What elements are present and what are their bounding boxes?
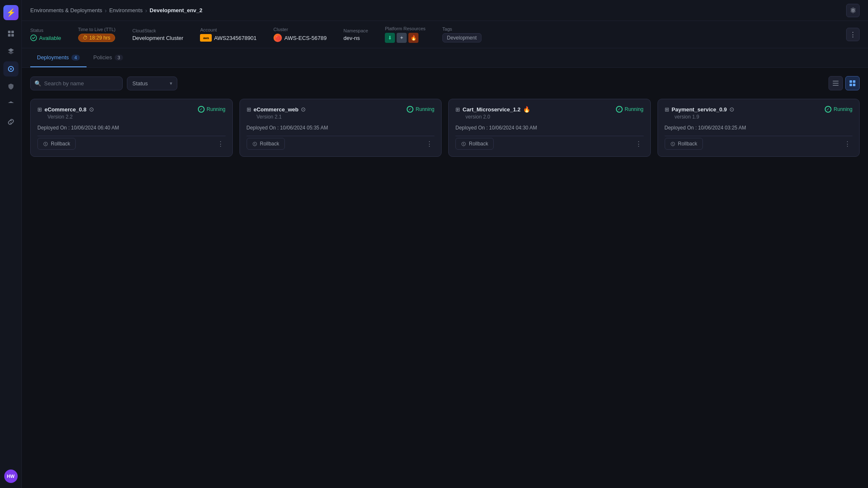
card-1-rollback-button[interactable]: Rollback bbox=[37, 138, 76, 150]
sidebar-item-bank[interactable] bbox=[3, 97, 18, 112]
card-3-deployed-date: 10/06/2024 04:30 AM bbox=[489, 125, 537, 131]
card-1-status-label: Running bbox=[207, 106, 226, 112]
status-value: Available bbox=[30, 34, 61, 41]
deployments-grid: ⊞ eCommerce_0.8 ⊙ Version 2.2 ✓ Running … bbox=[30, 99, 860, 157]
card-2-github-icon: ⊙ bbox=[301, 106, 306, 113]
card-3-rollback-button[interactable]: Rollback bbox=[455, 138, 494, 150]
card-4-layers-icon: ⊞ bbox=[665, 106, 669, 113]
user-avatar[interactable]: HW bbox=[4, 470, 18, 483]
aws-logo-icon: aws bbox=[200, 34, 212, 42]
card-3-status: ✓ Running bbox=[616, 106, 644, 113]
card-4-version: version 1.9 bbox=[665, 114, 735, 120]
card-4-name-row: ⊞ Payment_service_0.9 ⊙ bbox=[665, 106, 735, 113]
card-2-rollback-button[interactable]: Rollback bbox=[247, 138, 285, 150]
card-3-deployed-label: Deployed On : bbox=[455, 125, 488, 131]
settings-button[interactable] bbox=[846, 4, 860, 17]
breadcrumb-sep2: › bbox=[145, 7, 147, 14]
account-id: AWS2345678901 bbox=[214, 35, 256, 41]
card-4-status: ✓ Running bbox=[825, 106, 852, 113]
tab-policies-label: Policies bbox=[93, 54, 112, 61]
platform-label: Platform Resources bbox=[385, 26, 426, 31]
meta-bar: Status Available Time to Live (TTL) ⏱ 18… bbox=[22, 21, 868, 48]
status-select[interactable]: Status Running Stopped Error bbox=[127, 76, 177, 90]
namespace-label: Namespace bbox=[343, 28, 368, 33]
cloudstack-text: Development Cluster bbox=[132, 35, 183, 41]
card-3-rollback-label: Rollback bbox=[469, 141, 488, 147]
card-3-footer: Rollback ⋮ bbox=[455, 136, 644, 150]
card-3-name-row: ⊞ Cart_Microservice_1.2 🔥 bbox=[455, 106, 530, 113]
svg-rect-7 bbox=[833, 81, 839, 82]
card-2-more-button[interactable]: ⋮ bbox=[424, 138, 434, 150]
card-1-name: eCommerce_0.8 bbox=[45, 106, 87, 113]
status-select-wrap: Status Running Stopped Error ▼ bbox=[127, 76, 177, 90]
card-4-status-dot: ✓ bbox=[825, 106, 831, 113]
breadcrumb-part1[interactable]: Environments & Deployments bbox=[30, 7, 102, 13]
card-4-more-button[interactable]: ⋮ bbox=[842, 138, 852, 150]
ttl-badge: ⏱ 18:29 hrs bbox=[78, 34, 115, 42]
sidebar-item-circle[interactable] bbox=[3, 61, 18, 76]
topbar-actions bbox=[846, 4, 860, 17]
tab-deployments[interactable]: Deployments 4 bbox=[30, 48, 87, 67]
card-1-more-button[interactable]: ⋮ bbox=[216, 138, 226, 150]
svg-rect-10 bbox=[850, 80, 852, 83]
sidebar-item-grid[interactable] bbox=[3, 26, 18, 41]
card-3-layers-icon: ⊞ bbox=[455, 106, 460, 113]
tab-policies[interactable]: Policies 3 bbox=[87, 48, 130, 67]
sidebar-item-layers[interactable] bbox=[3, 44, 18, 59]
rollback-icon bbox=[43, 141, 48, 147]
card-2-name: eCommerce_web bbox=[254, 106, 299, 113]
tags-value: Development bbox=[442, 33, 481, 42]
deployment-card-4: ⊞ Payment_service_0.9 ⊙ version 1.9 ✓ Ru… bbox=[658, 99, 860, 157]
card-2-header: ⊞ eCommerce_web ⊙ Version 2.1 ✓ Running bbox=[247, 106, 435, 120]
svg-rect-1 bbox=[11, 31, 14, 33]
toolbar-right bbox=[829, 76, 860, 90]
cluster-icon: 🔴 bbox=[274, 34, 282, 42]
list-icon bbox=[833, 80, 839, 86]
card-3-status-label: Running bbox=[625, 106, 644, 112]
account-value: aws AWS2345678901 bbox=[200, 34, 256, 42]
card-2-deploy-info: Deployed On : 10/06/2024 05:35 AM bbox=[247, 125, 435, 131]
sidebar-item-link[interactable] bbox=[3, 114, 18, 129]
search-input[interactable] bbox=[30, 76, 123, 90]
card-2-deployed-label: Deployed On : bbox=[247, 125, 279, 131]
platform-icon-fire: 🔥 bbox=[408, 33, 418, 43]
card-4-rollback-button[interactable]: Rollback bbox=[665, 138, 703, 150]
card-4-header: ⊞ Payment_service_0.9 ⊙ version 1.9 ✓ Ru… bbox=[665, 106, 853, 120]
tags-label: Tags bbox=[442, 26, 481, 32]
tag-development: Development bbox=[442, 33, 481, 42]
meta-more-button[interactable]: ⋮ bbox=[846, 28, 860, 41]
ttl-label: Time to Live (TTL) bbox=[78, 27, 116, 32]
rollback-icon-3 bbox=[461, 141, 466, 147]
card-2-deployed-date: 10/06/2024 05:35 AM bbox=[280, 125, 328, 131]
meta-cloudstack: CloudStack Development Cluster bbox=[132, 28, 183, 41]
card-1-footer: Rollback ⋮ bbox=[37, 136, 226, 150]
meta-ttl: Time to Live (TTL) ⏱ 18:29 hrs bbox=[78, 27, 116, 42]
meta-namespace: Namespace dev-ns bbox=[343, 28, 368, 41]
card-4-deployed-label: Deployed On : bbox=[665, 125, 697, 131]
card-3-header: ⊞ Cart_Microservice_1.2 🔥 version 2.0 ✓ … bbox=[455, 106, 644, 120]
card-4-deployed-date: 10/06/2024 03:25 AM bbox=[698, 125, 746, 131]
ttl-text: 18:29 hrs bbox=[89, 35, 110, 41]
breadcrumb-current: Development_env_2 bbox=[150, 7, 203, 13]
app-logo[interactable]: ⚡ bbox=[3, 5, 18, 20]
card-1-status-dot: ✓ bbox=[198, 106, 205, 113]
grid-view-button[interactable] bbox=[845, 76, 860, 90]
meta-status: Status Available bbox=[30, 28, 61, 41]
cluster-label: Cluster bbox=[274, 27, 327, 32]
card-4-title-area: ⊞ Payment_service_0.9 ⊙ version 1.9 bbox=[665, 106, 735, 120]
card-1-rollback-label: Rollback bbox=[51, 141, 70, 147]
breadcrumb-part2[interactable]: Environments bbox=[109, 7, 142, 13]
meta-account: Account aws AWS2345678901 bbox=[200, 27, 256, 42]
card-1-deployed-date: 10/06/2024 06:40 AM bbox=[71, 125, 119, 131]
namespace-value: dev-ns bbox=[343, 35, 368, 41]
card-3-more-button[interactable]: ⋮ bbox=[634, 138, 644, 150]
card-3-fire-icon: 🔥 bbox=[523, 106, 530, 113]
card-1-name-row: ⊞ eCommerce_0.8 ⊙ bbox=[37, 106, 94, 113]
breadcrumb: Environments & Deployments › Environment… bbox=[30, 7, 203, 14]
list-view-button[interactable] bbox=[829, 76, 843, 90]
tabs-bar: Deployments 4 Policies 3 bbox=[22, 48, 868, 68]
card-4-status-label: Running bbox=[834, 106, 852, 112]
sidebar-item-shield[interactable] bbox=[3, 79, 18, 94]
card-2-version: Version 2.1 bbox=[247, 114, 306, 120]
cluster-name: AWS-ECS-56789 bbox=[284, 35, 327, 41]
